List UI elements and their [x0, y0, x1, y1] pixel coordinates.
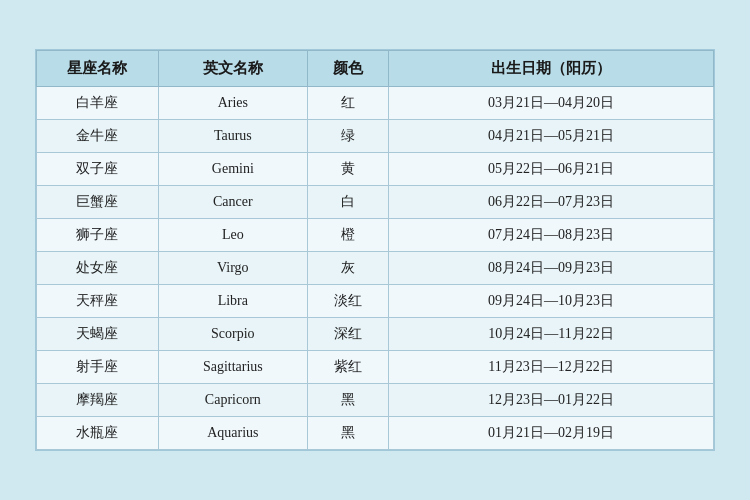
cell-color: 橙 — [307, 219, 388, 252]
table-row: 狮子座Leo橙07月24日—08月23日 — [37, 219, 714, 252]
table-body: 白羊座Aries红03月21日—04月20日金牛座Taurus绿04月21日—0… — [37, 87, 714, 450]
cell-cn-name: 处女座 — [37, 252, 159, 285]
cell-date: 12月23日—01月22日 — [389, 384, 714, 417]
cell-date: 06月22日—07月23日 — [389, 186, 714, 219]
cell-date: 04月21日—05月21日 — [389, 120, 714, 153]
zodiac-table-container: 星座名称 英文名称 颜色 出生日期（阳历） 白羊座Aries红03月21日—04… — [35, 49, 715, 451]
cell-en-name: Aries — [158, 87, 307, 120]
cell-en-name: Gemini — [158, 153, 307, 186]
cell-cn-name: 水瓶座 — [37, 417, 159, 450]
table-row: 白羊座Aries红03月21日—04月20日 — [37, 87, 714, 120]
header-date: 出生日期（阳历） — [389, 51, 714, 87]
table-row: 摩羯座Capricorn黑12月23日—01月22日 — [37, 384, 714, 417]
cell-color: 深红 — [307, 318, 388, 351]
cell-color: 红 — [307, 87, 388, 120]
cell-en-name: Sagittarius — [158, 351, 307, 384]
cell-date: 11月23日—12月22日 — [389, 351, 714, 384]
cell-cn-name: 白羊座 — [37, 87, 159, 120]
table-row: 处女座Virgo灰08月24日—09月23日 — [37, 252, 714, 285]
cell-cn-name: 双子座 — [37, 153, 159, 186]
cell-cn-name: 天蝎座 — [37, 318, 159, 351]
header-color: 颜色 — [307, 51, 388, 87]
cell-color: 紫红 — [307, 351, 388, 384]
cell-date: 07月24日—08月23日 — [389, 219, 714, 252]
cell-en-name: Scorpio — [158, 318, 307, 351]
cell-date: 01月21日—02月19日 — [389, 417, 714, 450]
cell-en-name: Virgo — [158, 252, 307, 285]
cell-cn-name: 巨蟹座 — [37, 186, 159, 219]
cell-cn-name: 狮子座 — [37, 219, 159, 252]
cell-color: 淡红 — [307, 285, 388, 318]
cell-en-name: Aquarius — [158, 417, 307, 450]
header-cn-name: 星座名称 — [37, 51, 159, 87]
cell-en-name: Leo — [158, 219, 307, 252]
cell-color: 灰 — [307, 252, 388, 285]
cell-en-name: Cancer — [158, 186, 307, 219]
cell-cn-name: 金牛座 — [37, 120, 159, 153]
cell-color: 黄 — [307, 153, 388, 186]
cell-color: 白 — [307, 186, 388, 219]
table-row: 射手座Sagittarius紫红11月23日—12月22日 — [37, 351, 714, 384]
cell-en-name: Taurus — [158, 120, 307, 153]
cell-date: 05月22日—06月21日 — [389, 153, 714, 186]
table-row: 双子座Gemini黄05月22日—06月21日 — [37, 153, 714, 186]
table-row: 天蝎座Scorpio深红10月24日—11月22日 — [37, 318, 714, 351]
header-en-name: 英文名称 — [158, 51, 307, 87]
cell-cn-name: 射手座 — [37, 351, 159, 384]
cell-date: 08月24日—09月23日 — [389, 252, 714, 285]
cell-date: 03月21日—04月20日 — [389, 87, 714, 120]
cell-en-name: Capricorn — [158, 384, 307, 417]
table-row: 金牛座Taurus绿04月21日—05月21日 — [37, 120, 714, 153]
table-row: 天秤座Libra淡红09月24日—10月23日 — [37, 285, 714, 318]
cell-en-name: Libra — [158, 285, 307, 318]
table-row: 水瓶座Aquarius黑01月21日—02月19日 — [37, 417, 714, 450]
cell-cn-name: 天秤座 — [37, 285, 159, 318]
table-header-row: 星座名称 英文名称 颜色 出生日期（阳历） — [37, 51, 714, 87]
cell-cn-name: 摩羯座 — [37, 384, 159, 417]
cell-color: 绿 — [307, 120, 388, 153]
cell-date: 09月24日—10月23日 — [389, 285, 714, 318]
cell-date: 10月24日—11月22日 — [389, 318, 714, 351]
table-row: 巨蟹座Cancer白06月22日—07月23日 — [37, 186, 714, 219]
cell-color: 黑 — [307, 417, 388, 450]
zodiac-table: 星座名称 英文名称 颜色 出生日期（阳历） 白羊座Aries红03月21日—04… — [36, 50, 714, 450]
cell-color: 黑 — [307, 384, 388, 417]
